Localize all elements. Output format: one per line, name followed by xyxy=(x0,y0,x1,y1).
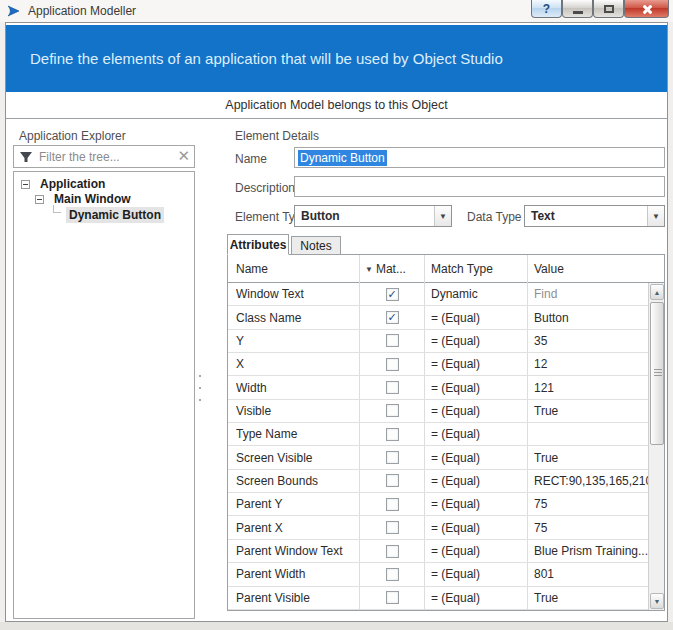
attribute-value: 35 xyxy=(534,330,649,352)
attributes-table-header[interactable]: Name ▼ Mat... Match Type Value xyxy=(228,255,664,283)
expander-icon[interactable] xyxy=(21,180,30,189)
match-checkbox[interactable] xyxy=(386,498,399,511)
table-row[interactable]: Parent Window Text = (Equal) Blue Prism … xyxy=(228,540,649,563)
filter-tree-input[interactable]: Filter the tree... ✕ xyxy=(13,145,195,168)
minimize-button[interactable] xyxy=(562,0,593,18)
table-row[interactable]: Parent Width = (Equal) 801 xyxy=(228,563,649,586)
splitter-handle[interactable] xyxy=(199,387,201,389)
chevron-down-icon: ▼ xyxy=(647,206,664,226)
tree-item-application[interactable]: Application xyxy=(40,177,105,191)
tab-notes[interactable]: Notes xyxy=(291,236,341,255)
match-checkbox-cell xyxy=(360,446,424,468)
arrow-up-icon: ▲ xyxy=(654,289,661,296)
match-checkbox-cell xyxy=(360,423,424,445)
expander-icon[interactable] xyxy=(35,195,44,204)
data-type-label: Data Type xyxy=(467,210,521,224)
minimize-icon xyxy=(573,11,583,14)
tab-attributes[interactable]: Attributes xyxy=(227,234,289,255)
vertical-scrollbar[interactable]: ▲ ▼ xyxy=(648,283,664,610)
scroll-down-button[interactable]: ▼ xyxy=(650,593,664,609)
tree-item-dynamic-button[interactable]: Dynamic Button xyxy=(66,207,164,223)
table-row[interactable]: Width = (Equal) 121 xyxy=(228,376,649,399)
match-checkbox[interactable] xyxy=(386,428,399,441)
application-tree[interactable]: Application Main Window Dynamic Button xyxy=(13,171,195,619)
match-checkbox[interactable] xyxy=(386,451,399,464)
match-checkbox-cell: ✓ xyxy=(360,306,424,328)
table-row[interactable]: X = (Equal) 12 xyxy=(228,353,649,376)
maximize-button[interactable] xyxy=(593,0,624,18)
match-checkbox[interactable] xyxy=(386,591,399,604)
splitter-handle[interactable] xyxy=(199,399,201,401)
table-row[interactable]: Screen Bounds = (Equal) RECT:90,135,165,… xyxy=(228,470,649,493)
banner: Define the elements of an application th… xyxy=(6,25,667,92)
filter-clear-icon[interactable]: ✕ xyxy=(177,147,190,165)
match-type: = (Equal) xyxy=(431,540,527,562)
table-row[interactable]: Parent X = (Equal) 75 xyxy=(228,517,649,540)
scrollbar-thumb[interactable] xyxy=(650,302,664,445)
match-checkbox-cell xyxy=(360,493,424,515)
description-input[interactable] xyxy=(294,176,665,197)
element-type-value: Button xyxy=(301,209,340,223)
match-type: = (Equal) xyxy=(431,446,527,468)
attribute-value: 121 xyxy=(534,376,649,398)
column-header-value[interactable]: Value xyxy=(534,255,564,283)
table-row[interactable]: Screen Visible = (Equal) True xyxy=(228,446,649,469)
tree-connector xyxy=(53,205,61,213)
attribute-name: Parent Y xyxy=(236,493,356,515)
table-row[interactable]: Class Name ✓ = (Equal) Button xyxy=(228,306,649,329)
table-row[interactable]: Visible = (Equal) True xyxy=(228,400,649,423)
match-type: = (Equal) xyxy=(431,470,527,492)
element-type-dropdown[interactable]: Button ▼ xyxy=(294,205,452,227)
match-checkbox[interactable]: ✓ xyxy=(386,288,399,301)
maximize-icon xyxy=(604,5,614,13)
match-checkbox-cell xyxy=(360,376,424,398)
scroll-up-button[interactable]: ▲ xyxy=(650,284,664,300)
attribute-name: Class Name xyxy=(236,306,356,328)
attribute-name: Visible xyxy=(236,400,356,422)
tree-item-main-window[interactable]: Main Window xyxy=(54,192,131,206)
filter-funnel-icon xyxy=(19,150,33,164)
attribute-name: Window Text xyxy=(236,283,356,305)
match-checkbox[interactable] xyxy=(386,545,399,558)
attribute-name: Parent Window Text xyxy=(236,540,356,562)
titlebar[interactable]: Application Modeller ? xyxy=(0,0,673,22)
match-checkbox[interactable]: ✓ xyxy=(386,311,399,324)
match-checkbox-cell xyxy=(360,563,424,585)
table-row[interactable]: Window Text ✓ Dynamic Find xyxy=(228,283,649,306)
column-header-match-type[interactable]: Match Type xyxy=(431,255,493,283)
table-row[interactable]: Y = (Equal) 35 xyxy=(228,330,649,353)
table-row[interactable]: Parent Visible = (Equal) True xyxy=(228,587,649,610)
table-row[interactable]: Parent Y = (Equal) 75 xyxy=(228,493,649,516)
match-checkbox-cell xyxy=(360,353,424,375)
splitter-handle[interactable] xyxy=(199,375,201,377)
element-details-label: Element Details xyxy=(235,129,319,143)
column-header-match-label: Mat... xyxy=(376,262,406,276)
description-label: Description xyxy=(235,181,295,195)
attribute-name: Parent Visible xyxy=(236,587,356,609)
match-checkbox[interactable] xyxy=(386,334,399,347)
table-row[interactable]: Type Name = (Equal) xyxy=(228,423,649,446)
application-explorer-label: Application Explorer xyxy=(19,129,126,143)
match-checkbox[interactable] xyxy=(386,521,399,534)
data-type-dropdown[interactable]: Text ▼ xyxy=(524,205,665,227)
match-checkbox[interactable] xyxy=(386,358,399,371)
close-button[interactable] xyxy=(624,0,669,18)
match-checkbox-cell xyxy=(360,470,424,492)
match-type: = (Equal) xyxy=(431,400,527,422)
attribute-value: 12 xyxy=(534,353,649,375)
match-type: Dynamic xyxy=(431,283,527,305)
match-checkbox[interactable] xyxy=(386,381,399,394)
column-header-name[interactable]: Name xyxy=(236,255,268,283)
match-type: = (Equal) xyxy=(431,330,527,352)
name-input[interactable]: Dynamic Button xyxy=(294,147,665,168)
help-button[interactable]: ? xyxy=(531,0,562,18)
match-checkbox-cell xyxy=(360,517,424,539)
attribute-value: True xyxy=(534,446,649,468)
match-checkbox[interactable] xyxy=(386,404,399,417)
column-header-match[interactable]: ▼ Mat... xyxy=(365,255,406,283)
window-title: Application Modeller xyxy=(28,4,136,18)
application-modeller-window: Application Modeller ? Define the elemen… xyxy=(0,0,673,630)
attribute-name: Screen Bounds xyxy=(236,470,356,492)
match-checkbox[interactable] xyxy=(386,568,399,581)
match-checkbox[interactable] xyxy=(386,474,399,487)
